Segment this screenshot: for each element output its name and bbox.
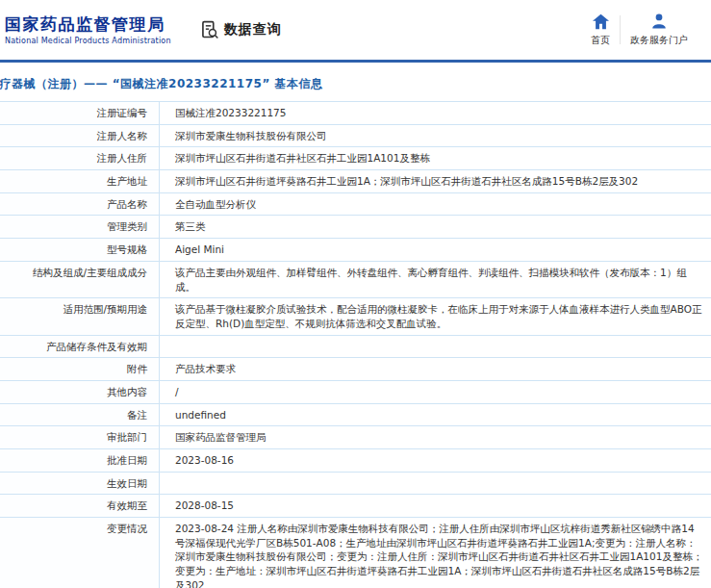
table-row: 审批部门 国家药品监督管理局 [0,426,711,449]
row-label: 型号规格 [0,239,160,261]
row-value: / [160,381,711,403]
table-row: 注册人住所 深圳市坪山区石井街道石井社区石井工业园1A101及整栋 [0,147,711,170]
agency-name: 国家药品监督管理局 [5,14,171,34]
row-value: 该产品主要由外观组件、加样臂组件、外转盘组件、离心孵育组件、判读组件、扫描模块和… [160,262,711,297]
row-value: 2028-08-15 [160,495,711,517]
row-label: 审批部门 [0,426,160,448]
agency-logo: 国家药品监督管理局 National Medical Products Admi… [5,14,171,44]
row-value: 2023-08-16 [160,449,711,472]
table-row: 管理类别 第三类 [0,216,711,239]
row-value: undefined [160,404,711,426]
row-value [160,473,711,495]
row-label: 注册人名称 [0,125,160,147]
nav-home-label: 首页 [591,34,610,47]
row-label: 批准日期 [0,449,160,472]
nav-home[interactable]: 首页 [581,13,620,47]
table-row: 生效日期 [0,473,711,496]
table-row: 注册人名称 深圳市爱康生物科技股份有限公司 [0,125,711,148]
row-label: 生产地址 [0,170,160,192]
agency-name-en: National Medical Products Administration [5,37,171,45]
info-table: 注册证编号 国械注准20233221175 注册人名称 深圳市爱康生物科技股份有… [0,101,711,588]
row-value: 国家药品监督管理局 [160,426,711,448]
nav-portal-label: 政务服务门户 [630,34,688,47]
page-title: 医疗器械（注册）—— “国械注准20233221175” 基本信息 [0,76,322,92]
table-row: 产品名称 全自动血型分析仪 [0,193,711,217]
row-label: 备注 [0,404,160,426]
row-value: 深圳市坪山区石井街道坪葵路石井工业园1A；深圳市坪山区石井街道石井社区名成路15… [160,170,711,192]
data-query-icon [200,20,219,39]
row-value: 深圳市坪山区石井街道石井社区石井工业园1A101及整栋 [160,147,711,169]
user-icon [650,13,668,30]
row-label: 生效日期 [0,473,160,495]
row-value: 产品技术要求 [160,358,711,380]
table-row: 产品储存条件及有效期 [0,336,711,359]
data-query-section: 数据查询 [200,20,282,39]
row-value: 该产品基于微柱凝胶介质试验技术，配合适用的微柱凝胶卡，在临床上用于对来源于人体血… [160,298,711,334]
data-query-label: 数据查询 [224,21,282,38]
row-label: 适用范围/预期用途 [0,298,160,334]
row-label: 注册证编号 [0,102,160,124]
row-label: 注册人住所 [0,147,160,169]
row-value: 深圳市爱康生物科技股份有限公司 [160,125,711,147]
table-row: 注册证编号 国械注准20233221175 [0,102,711,125]
table-row: 适用范围/预期用途 该产品基于微柱凝胶介质试验技术，配合适用的微柱凝胶卡，在临床… [0,298,711,335]
row-label: 管理类别 [0,216,160,238]
row-label: 结构及组成/主要组成成分 [0,262,160,297]
row-label: 产品名称 [0,193,160,216]
row-label: 变更情况 [0,518,160,588]
table-row: 结构及组成/主要组成成分 该产品主要由外观组件、加样臂组件、外转盘组件、离心孵育… [0,262,711,298]
table-row: 附件 产品技术要求 [0,358,711,381]
row-label: 附件 [0,358,160,380]
nav-portal[interactable]: 政务服务门户 [621,13,698,47]
row-value [160,336,711,358]
page-title-wrap: 医疗器械（注册）—— “国械注准20233221175” 基本信息 [0,63,711,101]
table-row: 生产地址 深圳市坪山区石井街道坪葵路石井工业园1A；深圳市坪山区石井街道石井社区… [0,170,711,193]
table-row: 变更情况 2023-08-24 注册人名称由深圳市爱康生物科技有限公司；注册人住… [0,518,711,588]
row-value: 国械注准20233221175 [160,102,711,124]
row-value: 第三类 [160,216,711,238]
row-label: 产品储存条件及有效期 [0,336,160,358]
table-row: 有效期至 2028-08-15 [0,495,711,518]
header: 国家药品监督管理局 National Medical Products Admi… [0,0,711,60]
row-label: 有效期至 [0,495,160,517]
row-label: 其他内容 [0,381,160,403]
home-icon [592,13,610,30]
table-row: 其他内容 / [0,381,711,404]
table-row: 备注 undefined [0,404,711,427]
row-value: 全自动血型分析仪 [160,193,711,216]
row-value: Aigel Mini [160,239,711,261]
table-row: 批准日期 2023-08-16 [0,449,711,473]
table-row: 型号规格 Aigel Mini [0,239,711,262]
row-value: 2023-08-24 注册人名称由深圳市爱康生物科技有限公司；注册人住所由深圳市… [160,518,711,588]
